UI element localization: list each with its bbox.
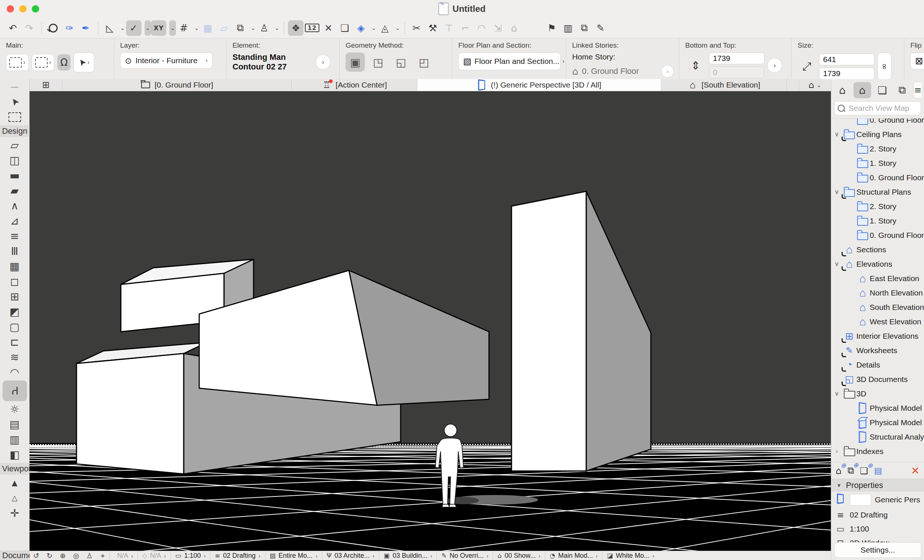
toolbox-item[interactable]: ▰ [3, 184, 27, 198]
chevron-down-icon[interactable]: ⌄ [193, 20, 200, 36]
minimize-button[interactable] [19, 5, 27, 13]
tree-item[interactable]: Structural Analytic [831, 430, 924, 444]
view-tab[interactable]: [0. Ground Floor] [63, 79, 292, 91]
toolbox-item[interactable]: ▦ [3, 259, 27, 273]
properties-header[interactable]: ▼Properties [831, 479, 924, 492]
toolbar-button[interactable]: ◠ [474, 20, 489, 36]
toolbar-button[interactable]: ◈ [353, 20, 369, 36]
toolbox-item[interactable]: ◩ [3, 305, 27, 319]
view-tab[interactable]: (!) Generic Perspective [3D / All] [417, 79, 661, 91]
layer-selector[interactable]: ⊙ Interior - Furniture › [120, 52, 213, 69]
status-segment[interactable]: ✎ No Overri... › [436, 551, 493, 560]
tree-item[interactable]: 1. Story [831, 214, 924, 228]
chevron-down-icon[interactable]: ⌄ [274, 20, 280, 36]
chevron-down-icon[interactable]: ⌄ [394, 20, 401, 36]
property-layer-combination-row[interactable]: ≡ 02 Drafting [831, 508, 924, 522]
settings-button[interactable]: Settings... [834, 542, 921, 558]
toolbar-button[interactable]: ✓ [126, 20, 141, 36]
toolbar-button[interactable]: ◺ [102, 20, 117, 36]
tree-item[interactable]: Details [831, 358, 924, 372]
toolbox-group-document[interactable]: Docume [0, 551, 30, 560]
toolbox-item[interactable]: ➤ [3, 95, 27, 109]
toolbar-button[interactable]: ⊤ [441, 20, 457, 36]
toolbox-item[interactable]: Һ [3, 380, 27, 401]
tab-overview-button[interactable]: ⊞ [30, 79, 63, 91]
tree-item[interactable]: Physical Model - F [831, 415, 924, 430]
tree-expander[interactable]: ∨ [831, 130, 842, 138]
floorplan-display-button[interactable]: ▧ Floor Plan and Section... › [458, 52, 561, 70]
status-segment[interactable]: ⌂ 00 Show... › [493, 551, 545, 560]
chevron-down-icon[interactable]: ⌄ [370, 20, 377, 36]
close-button[interactable] [7, 5, 14, 13]
search-input[interactable] [848, 103, 916, 113]
toolbox-item[interactable]: ▢ [3, 320, 27, 334]
arrow-mode-button[interactable]: ➤› [74, 52, 94, 72]
tree-item[interactable]: 0. Ground Floor [831, 170, 924, 185]
nav-button[interactable]: ↺ [30, 551, 43, 560]
panel-menu-button[interactable]: ≡ [913, 82, 922, 99]
tree-expander[interactable]: ∨ [831, 260, 842, 268]
marquee-transform-button[interactable]: › [6, 54, 29, 71]
toolbar-button[interactable]: ⧉ [232, 20, 248, 36]
toolbar-button[interactable]: ⚑ [544, 20, 560, 36]
toolbar-button[interactable]: ◬ [377, 20, 393, 36]
flip-button[interactable]: ⊠ [910, 52, 924, 69]
toolbox-item[interactable]: ◠ [3, 365, 27, 379]
toolbar-button[interactable]: ✒ [78, 20, 93, 36]
tree-item[interactable]: Worksheets [831, 343, 924, 358]
element-settings-button[interactable]: › [316, 55, 330, 69]
toolbar-button[interactable]: # [176, 20, 192, 36]
toolbar-button[interactable]: ⇲ [490, 20, 506, 36]
tree-item[interactable]: 1. Story [831, 156, 924, 170]
geometry-method-button[interactable]: ◱ [392, 52, 411, 72]
tree-item[interactable]: ∨ Elevations [831, 257, 924, 271]
toolbar-button[interactable]: ♙ [256, 20, 272, 36]
3d-viewport[interactable] [30, 91, 831, 551]
toolbar-button[interactable]: ▥ [560, 20, 576, 36]
search-box[interactable] [834, 101, 921, 115]
chevron-down-icon[interactable]: ⌄ [119, 20, 126, 36]
toolbox-item[interactable]: ⊏ [3, 335, 27, 349]
tree-expander[interactable]: ∨ [831, 188, 842, 196]
status-segment[interactable]: Ψ 03 Archite... › [322, 551, 379, 560]
status-segment[interactable]: ≡ 02 Drafting › [210, 551, 265, 560]
toolbar-button[interactable]: XY [151, 20, 166, 36]
view-name[interactable]: Generic Perspectiv [875, 496, 920, 504]
toolbar-button[interactable] [523, 20, 543, 36]
tree-item[interactable]: 0. Ground Floor [831, 228, 924, 242]
tree-expander[interactable]: › [831, 448, 842, 455]
toolbox-item[interactable]: Viewpoi [0, 463, 30, 475]
tree-item[interactable]: ∨ Ceiling Plans [831, 127, 924, 141]
tree-item[interactable]: South Elevation [831, 300, 924, 314]
tree-item[interactable]: Interior Elevations [831, 329, 924, 343]
toolbar-button[interactable]: ▦ [200, 20, 216, 36]
tree-item[interactable]: ∨ Structural Plans [831, 185, 924, 199]
size-height-field[interactable]: 1739 [819, 67, 874, 79]
tree-item[interactable]: 2. Story [831, 141, 924, 156]
top-offset-field[interactable]: 1739 [709, 52, 764, 64]
toolbar-button[interactable]: ❖ [288, 20, 303, 36]
view-map-action-button[interactable]: ✕⊕ [911, 465, 920, 477]
nav-button[interactable]: ♙ [83, 551, 96, 560]
toolbox-item[interactable]: ✛ [3, 506, 27, 520]
toolbar-button[interactable]: ⌐ [458, 20, 473, 36]
toolbox-item[interactable]: ▲ [3, 476, 27, 490]
toolbox-item[interactable]: ≡ [3, 229, 27, 243]
status-segment[interactable]: ◔ Main Mod... › [545, 551, 602, 560]
tree-item[interactable]: 2. Story [831, 199, 924, 214]
view-map-action-button[interactable]: ▤⊕ [874, 466, 882, 475]
tree-item[interactable]: 0. Ground Floor [831, 118, 924, 127]
geometry-method-button[interactable]: ▣ [346, 52, 365, 72]
nav-button[interactable]: ↻ [43, 551, 56, 560]
toolbar-button[interactable] [45, 20, 61, 36]
toolbox-item[interactable]: ◻ [3, 274, 27, 289]
toolbar-button[interactable]: ✕ [321, 20, 336, 36]
view-map-action-button[interactable]: ⌂⊕ [836, 466, 842, 476]
tree-item[interactable]: North Elevation [831, 286, 924, 300]
property-scale-row[interactable]: ▭ 1:100 [831, 522, 924, 536]
navigator-tab-button[interactable]: ⌂ [854, 82, 871, 98]
tree-item[interactable]: › Indexes [831, 444, 924, 458]
toolbox-item[interactable]: ⊞ [3, 290, 27, 304]
toolbox-item[interactable]: Ⅲ [3, 244, 27, 258]
status-segment[interactable]: N/A › [110, 551, 138, 560]
